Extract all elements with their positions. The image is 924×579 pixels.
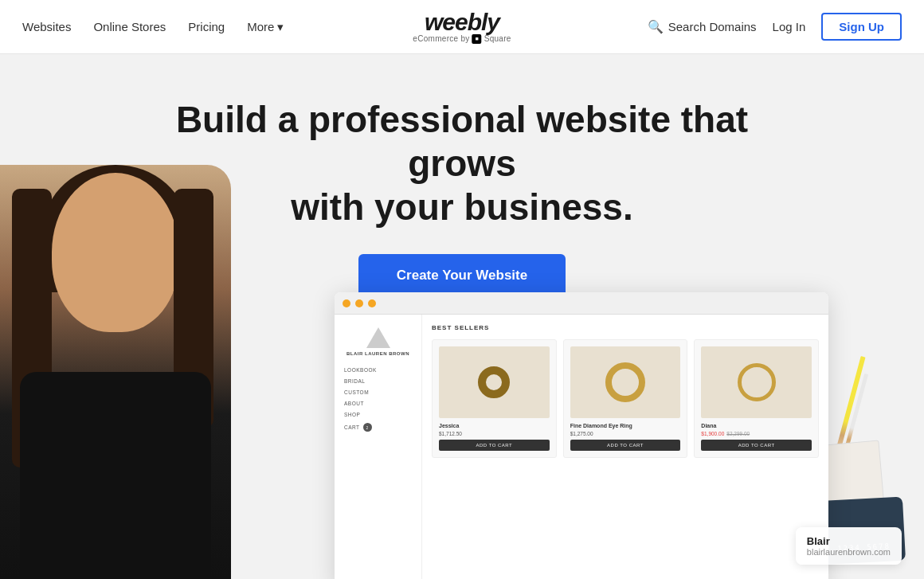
- nav-more[interactable]: More ▾: [247, 20, 284, 34]
- person-face: [52, 173, 179, 332]
- mockup-logo-triangle: [366, 327, 390, 348]
- product-name-2: Fine Diamond Eye Ring: [570, 423, 681, 428]
- window-dot-red: [343, 299, 350, 307]
- logo-subtitle: eCommerce by ■ Square: [413, 34, 511, 44]
- nav-right: 🔍 Search Domains Log In Sign Up: [648, 13, 902, 41]
- search-domains-link[interactable]: 🔍 Search Domains: [648, 19, 757, 34]
- logo[interactable]: weebly eCommerce by ■ Square: [413, 10, 511, 44]
- website-mockup: BLAIR LAUREN BROWN LOOKBOOK BRIDAL CUSTO…: [335, 292, 828, 579]
- nav-websites[interactable]: Websites: [22, 20, 71, 33]
- login-button[interactable]: Log In: [773, 20, 806, 33]
- blair-info-box: Blair blairlaurenbrown.com: [796, 527, 902, 565]
- pencils-decoration: [836, 356, 873, 452]
- mockup-nav-bridal: BRIDAL: [344, 378, 412, 384]
- person-body: [20, 372, 211, 579]
- header: Websites Online Stores Pricing More ▾ we…: [0, 0, 924, 54]
- person-illustration: [0, 165, 231, 579]
- window-dot-yellow: [355, 299, 363, 307]
- square-icon: ■: [472, 34, 482, 44]
- mockup-product-img-3: [701, 346, 812, 418]
- hero-section: Build a professional website that grows …: [0, 54, 924, 579]
- nav-left: Websites Online Stores Pricing More ▾: [22, 20, 284, 34]
- product-sale-price-3: $1,900.00: [701, 431, 724, 436]
- hero-headline: Build a professional website that grows …: [135, 98, 789, 230]
- blair-url: blairlaurenbrown.com: [807, 547, 891, 557]
- mockup-nav-custom: CUSTOM: [344, 389, 412, 395]
- mockup-product-img-1: [439, 346, 550, 418]
- nav-online-stores[interactable]: Online Stores: [93, 20, 166, 33]
- nav-pricing[interactable]: Pricing: [188, 20, 225, 33]
- product-name-3: Diana: [701, 423, 812, 428]
- mockup-main: BEST SELLERS Jessica $1,712.50 ADD TO CA…: [422, 315, 828, 579]
- person-silhouette: [0, 165, 231, 579]
- mockup-section-title: BEST SELLERS: [432, 324, 819, 331]
- product-orig-price-3: $2,299.00: [726, 431, 750, 436]
- mockup-nav-shop: SHOP: [344, 412, 412, 417]
- mockup-product-2: Fine Diamond Eye Ring $1,275.00 ADD TO C…: [563, 339, 688, 458]
- create-website-button[interactable]: Create Your Website: [358, 254, 566, 297]
- mockup-product-1: Jessica $1,712.50 ADD TO CART: [432, 339, 557, 458]
- blair-name: Blair: [807, 535, 891, 547]
- mockup-product-3: Diana $1,900.00 $2,299.00 ADD TO CART: [694, 339, 819, 458]
- mockup-nav-about: ABOUT: [344, 401, 412, 406]
- chevron-down-icon: ▾: [277, 20, 284, 34]
- ring-dark-icon: [478, 366, 510, 398]
- add-to-cart-btn-2[interactable]: ADD TO CART: [570, 440, 681, 451]
- cart-badge: 2: [363, 423, 372, 432]
- mockup-brand: BLAIR LAUREN BROWN: [346, 351, 409, 356]
- mockup-nav-lookbook: LOOKBOOK: [344, 367, 412, 373]
- signup-button[interactable]: Sign Up: [821, 13, 902, 41]
- window-dot-green: [368, 299, 376, 307]
- mockup-nav-cart: CART 2: [344, 423, 412, 432]
- add-to-cart-btn-1[interactable]: ADD TO CART: [439, 440, 550, 451]
- add-to-cart-btn-3[interactable]: ADD TO CART: [701, 440, 812, 451]
- product-price-2: $1,275.00: [570, 431, 681, 436]
- mockup-logo-area: BLAIR LAUREN BROWN: [344, 327, 412, 356]
- mockup-sidebar: BLAIR LAUREN BROWN LOOKBOOK BRIDAL CUSTO…: [335, 315, 422, 579]
- ring-gold-icon: [605, 362, 645, 402]
- ring-thin-icon: [738, 363, 776, 401]
- mockup-titlebar: [335, 292, 828, 315]
- product-price-1: $1,712.50: [439, 431, 550, 436]
- search-icon: 🔍: [648, 19, 664, 34]
- mockup-body: BLAIR LAUREN BROWN LOOKBOOK BRIDAL CUSTO…: [335, 315, 828, 579]
- mockup-products: Jessica $1,712.50 ADD TO CART Fine Diamo…: [432, 339, 819, 458]
- mockup-product-img-2: [570, 346, 681, 418]
- product-name-1: Jessica: [439, 423, 550, 428]
- logo-text: weebly: [425, 10, 499, 34]
